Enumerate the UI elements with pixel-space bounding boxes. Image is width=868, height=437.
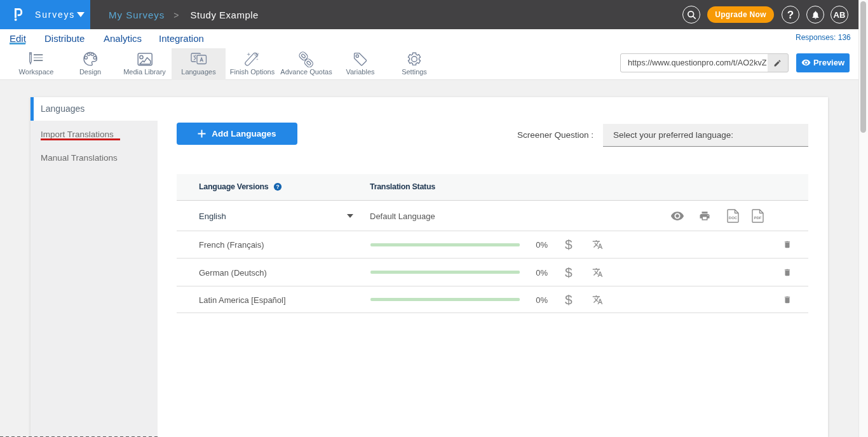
svg-text:PDF: PDF (754, 216, 762, 220)
svg-text:DOC: DOC (729, 216, 738, 220)
svg-text:?: ? (276, 184, 279, 190)
